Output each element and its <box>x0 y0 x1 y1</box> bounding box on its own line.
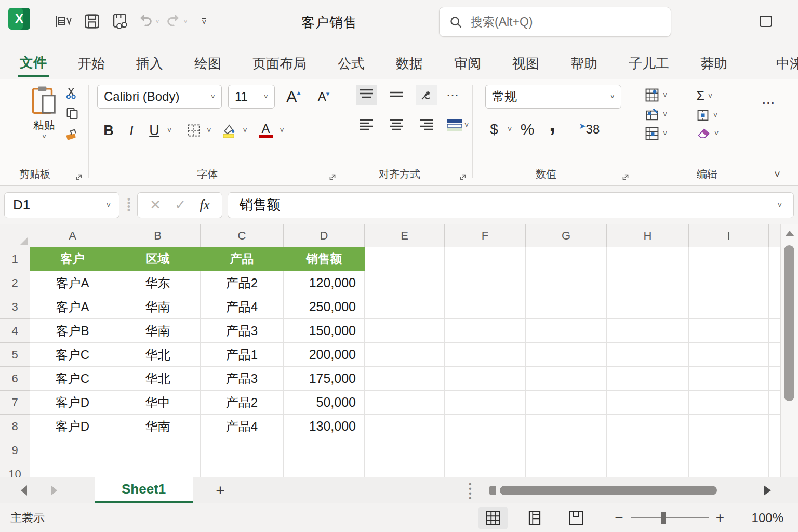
save-button[interactable] <box>78 9 106 33</box>
tab-review[interactable]: 审阅 <box>452 51 483 76</box>
middle-align-button[interactable] <box>386 85 407 105</box>
row-header[interactable]: 10 <box>0 462 30 477</box>
cell-b6[interactable]: 华北 <box>115 367 201 391</box>
currency-button[interactable]: $ <box>485 118 503 141</box>
scroll-right-button[interactable] <box>764 485 771 496</box>
row-header[interactable]: 7 <box>0 391 30 415</box>
cell-a5[interactable]: 客户C <box>30 343 115 367</box>
cell[interactable] <box>445 415 526 438</box>
cell[interactable] <box>365 367 445 391</box>
format-as-table-button[interactable]: ˅ <box>645 107 685 122</box>
cell-a8[interactable]: 客户D <box>30 415 115 438</box>
tab-extra-3[interactable]: 中涞 <box>774 51 798 76</box>
column-header-e[interactable]: E <box>365 224 445 247</box>
align-right-button[interactable] <box>416 115 437 136</box>
cell[interactable] <box>607 438 689 462</box>
vertical-scroll-thumb[interactable] <box>784 245 794 401</box>
cell[interactable] <box>445 247 526 271</box>
zoom-out-button[interactable]: − <box>615 510 623 526</box>
tab-formulas[interactable]: 公式 <box>336 51 367 76</box>
column-header-i[interactable]: I <box>689 224 769 247</box>
cell-a6[interactable]: 客户C <box>30 367 115 391</box>
align-center-button[interactable] <box>386 115 407 136</box>
cell-d4[interactable]: 150,000 <box>284 319 365 343</box>
row-header[interactable]: 3 <box>0 295 30 319</box>
cell[interactable] <box>365 295 445 319</box>
cell-d8[interactable]: 130,000 <box>284 415 365 438</box>
cell-c2[interactable]: 产品2 <box>201 271 284 295</box>
cut-button[interactable] <box>65 87 79 99</box>
page-break-view-button[interactable] <box>562 507 591 529</box>
cell[interactable] <box>526 247 607 271</box>
cell-b2[interactable]: 华东 <box>115 271 201 295</box>
underline-button[interactable]: U <box>143 119 166 142</box>
page-layout-view-button[interactable] <box>520 507 549 529</box>
cell[interactable] <box>365 391 445 415</box>
cell-b8[interactable]: 华南 <box>115 415 201 438</box>
ribbon-overflow-button[interactable]: ⋯ <box>762 95 776 111</box>
redo-button[interactable]: ˅ <box>162 9 190 33</box>
cancel-button[interactable]: ✕ <box>150 197 161 213</box>
row-header[interactable]: 2 <box>0 271 30 295</box>
tab-help[interactable]: 帮助 <box>568 51 600 76</box>
zoom-slider[interactable] <box>631 517 709 518</box>
increase-font-button[interactable]: A▴ <box>281 85 306 109</box>
fill-button[interactable]: ˅ <box>696 109 737 122</box>
cell[interactable] <box>365 438 445 462</box>
row-header[interactable]: 1 <box>0 247 30 271</box>
cell[interactable] <box>689 367 769 391</box>
alignment-dialog-launcher[interactable] <box>459 173 467 181</box>
tab-insert[interactable]: 插入 <box>134 51 165 76</box>
copy-button[interactable] <box>65 107 79 120</box>
cell[interactable] <box>365 247 445 271</box>
clear-button[interactable]: ˅ <box>696 127 737 140</box>
cell[interactable] <box>607 319 689 343</box>
cell[interactable] <box>365 415 445 438</box>
cell-a2[interactable]: 客户A <box>30 271 115 295</box>
conditional-formatting-button[interactable]: ˅ <box>645 88 685 102</box>
percent-button[interactable]: % <box>515 118 540 141</box>
decrease-font-button[interactable]: A▾ <box>312 85 335 109</box>
cell[interactable] <box>689 247 769 271</box>
cell-a4[interactable]: 客户B <box>30 319 115 343</box>
row-header[interactable]: 4 <box>0 319 30 343</box>
cell[interactable] <box>689 295 769 319</box>
cell[interactable] <box>201 462 284 477</box>
cell-a7[interactable]: 客户D <box>30 391 115 415</box>
select-all-button[interactable] <box>0 224 30 247</box>
font-name-dropdown[interactable]: Calibri (Body) ˅ <box>97 85 222 109</box>
formula-input[interactable]: 销售额 ˅ <box>228 192 794 218</box>
cell[interactable] <box>607 462 689 477</box>
cell-b4[interactable]: 华南 <box>115 319 201 343</box>
cell[interactable] <box>689 438 769 462</box>
cell-c1[interactable]: 产品 <box>201 247 284 271</box>
tab-view[interactable]: 视图 <box>510 51 541 76</box>
tab-extra-1[interactable]: 子儿工 <box>627 51 671 76</box>
align-left-button[interactable] <box>356 115 377 136</box>
next-sheet-button[interactable] <box>51 485 57 496</box>
add-sheet-button[interactable]: + <box>216 482 225 499</box>
fill-color-button[interactable] <box>216 119 241 142</box>
cell[interactable] <box>445 438 526 462</box>
row-header[interactable]: 8 <box>0 415 30 438</box>
cell[interactable] <box>445 367 526 391</box>
cell[interactable] <box>689 271 769 295</box>
cell[interactable] <box>689 391 769 415</box>
row-header[interactable]: 5 <box>0 343 30 367</box>
autosave-toggle[interactable] <box>50 9 78 33</box>
clipboard-dialog-launcher[interactable] <box>75 173 83 181</box>
top-align-button[interactable] <box>356 85 377 105</box>
cell-d1[interactable]: 销售额 <box>284 247 365 271</box>
cell[interactable] <box>526 391 607 415</box>
cell[interactable] <box>284 438 365 462</box>
cell[interactable] <box>526 319 607 343</box>
orientation-button[interactable] <box>416 85 437 105</box>
zoom-slider-thumb[interactable] <box>661 512 666 524</box>
cell[interactable] <box>365 319 445 343</box>
cell-b5[interactable]: 华北 <box>115 343 201 367</box>
cell[interactable] <box>201 438 284 462</box>
tab-data[interactable]: 数据 <box>394 51 425 76</box>
alignment-more-button[interactable]: ⋯ <box>446 88 459 102</box>
cell-d6[interactable]: 175,000 <box>284 367 365 391</box>
cell-a1[interactable]: 客户 <box>30 247 115 271</box>
